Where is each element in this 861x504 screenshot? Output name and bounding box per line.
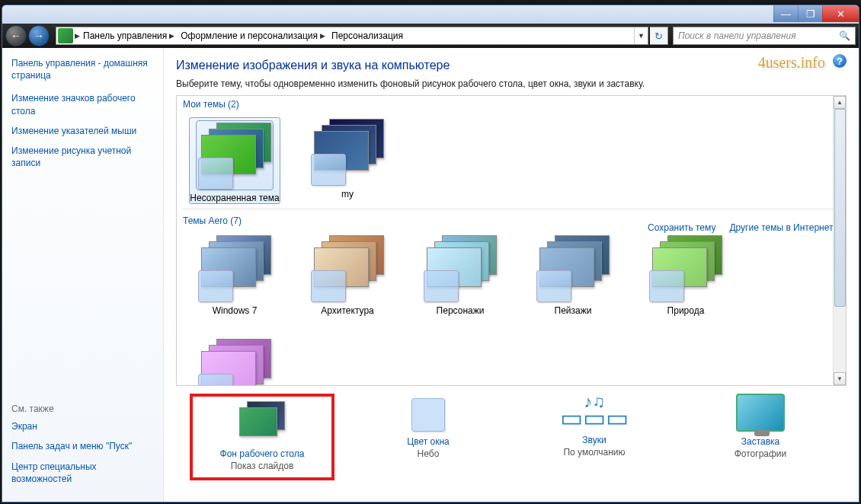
sidebar-link-mouse-pointers[interactable]: Изменение указателей мыши	[11, 125, 154, 137]
theme-item-architecture[interactable]: Архитектура	[302, 234, 393, 316]
page-desc: Выберите тему, чтобы одновременно измени…	[176, 78, 847, 89]
search-input[interactable]: Поиск в панели управления 🔍	[673, 27, 856, 45]
theme-thumbnail	[309, 117, 386, 186]
scroll-down-button[interactable]: ▼	[834, 372, 846, 385]
theme-item-unsaved[interactable]: Несохраненная тема	[189, 117, 280, 204]
theme-thumbnail	[422, 234, 498, 302]
window: — ❐ ✕ ← → ▶ Панель управления▶ Оформлени…	[2, 5, 859, 502]
sidebar-link-desktop-icons[interactable]: Изменение значков рабочего стола	[11, 92, 154, 116]
search-placeholder: Поиск в панели управления	[678, 30, 796, 41]
breadcrumb-label: Персонализация	[331, 30, 403, 41]
action-subtitle: Небо	[356, 448, 501, 459]
save-theme-link[interactable]: Сохранить тему	[648, 222, 715, 233]
theme-thumbnail	[309, 234, 386, 302]
theme-item-windows7[interactable]: Windows 7	[189, 234, 280, 316]
back-button[interactable]: ←	[5, 25, 27, 46]
screensaver-icon	[736, 394, 785, 432]
color-swatch-icon	[198, 374, 233, 386]
bottom-actions: Фон рабочего стола Показ слайдов Цвет ок…	[176, 386, 847, 480]
theme-label: Архитектура	[302, 305, 393, 316]
group-header-my-themes: Мои темы (2)	[177, 96, 846, 113]
navbar: ← → ▶ Панель управления▶ Оформление и пе…	[2, 24, 859, 48]
breadcrumb-label: Оформление и персонализация	[181, 30, 318, 41]
sidebar-see-also-header: См. также	[11, 404, 154, 414]
forward-button[interactable]: →	[28, 25, 50, 46]
refresh-button[interactable]: ↻	[650, 27, 668, 45]
action-screensaver[interactable]: Заставка Фотографии	[688, 394, 833, 480]
chevron-down-icon: ▼	[638, 32, 645, 40]
watermark: 4users.info	[758, 54, 825, 72]
minimize-button[interactable]: —	[773, 5, 798, 22]
action-subtitle: Фотографии	[688, 448, 833, 459]
themes-list: Мои темы (2) Несохраненная тема	[176, 95, 847, 386]
theme-item-landscapes[interactable]: Пейзажи	[527, 234, 619, 316]
action-title: Цвет окна	[356, 436, 501, 447]
color-swatch-icon	[536, 270, 571, 302]
action-sounds[interactable]: ♪♫▭▭▭ Звуки По умолчанию	[522, 394, 667, 480]
sidebar: Панель управления - домашняя страница Из…	[2, 48, 164, 502]
theme-label: Пейзажи	[527, 305, 619, 316]
theme-label: Windows 7	[189, 305, 280, 316]
chevron-right-icon[interactable]: ▶	[169, 32, 174, 40]
chevron-right-icon[interactable]: ▶	[75, 32, 80, 40]
breadcrumb-item[interactable]: Персонализация	[328, 27, 406, 44]
sidebar-link-account-picture[interactable]: Изменение рисунка учетной записи	[11, 145, 154, 169]
color-swatch-icon	[311, 154, 346, 186]
action-subtitle: По умолчанию	[522, 447, 667, 458]
action-title: Фон рабочего стола	[193, 448, 331, 459]
action-title: Заставка	[688, 436, 833, 447]
theme-label: Несохраненная тема	[190, 193, 280, 203]
my-themes-row: Несохраненная тема my	[177, 113, 846, 206]
wallpaper-icon	[232, 401, 293, 444]
scroll-up-button[interactable]: ▲	[834, 96, 846, 109]
more-themes-link[interactable]: Другие темы в Интернете	[729, 222, 838, 233]
aero-themes-row: Windows 7 Архитектура Персонажи Пейзажи	[177, 229, 846, 386]
theme-item-nature[interactable]: Природа	[640, 234, 731, 316]
theme-label: Персонажи	[414, 305, 506, 316]
help-icon[interactable]: ?	[833, 54, 847, 68]
sidebar-link-taskbar[interactable]: Панель задач и меню "Пуск"	[11, 440, 154, 452]
window-controls: — ❐ ✕	[773, 5, 859, 22]
sidebar-link-ease-of-access[interactable]: Центр специальных возможностей	[11, 461, 154, 485]
action-subtitle: Показ слайдов	[193, 461, 331, 471]
content: Панель управления - домашняя страница Из…	[2, 48, 859, 502]
search-icon[interactable]: 🔍	[839, 30, 850, 41]
theme-thumbnail	[197, 337, 273, 386]
action-window-color[interactable]: Цвет окна Небо	[356, 394, 501, 480]
close-button[interactable]: ✕	[822, 5, 859, 22]
theme-label: my	[302, 189, 393, 199]
color-swatch-icon	[198, 270, 233, 302]
theme-thumbnail	[648, 234, 724, 302]
breadcrumb-label: Панель управления	[83, 30, 167, 41]
breadcrumb-dropdown[interactable]: ▼	[634, 27, 648, 44]
window-color-icon	[411, 398, 445, 432]
theme-actions: Сохранить тему Другие темы в Интернете	[648, 222, 838, 233]
theme-thumbnail	[197, 121, 273, 190]
theme-item-scenes[interactable]: Сцены	[189, 337, 280, 386]
action-title: Звуки	[522, 435, 667, 445]
breadcrumb-item[interactable]: Панель управления▶	[80, 27, 178, 44]
theme-item-my[interactable]: my	[302, 117, 393, 204]
sidebar-link-display[interactable]: Экран	[11, 420, 154, 432]
theme-item-characters[interactable]: Персонажи	[414, 234, 506, 316]
divider	[183, 209, 840, 209]
theme-label: Природа	[640, 305, 731, 316]
scrollbar[interactable]: ▲ ▼	[833, 96, 846, 385]
chevron-right-icon[interactable]: ▶	[320, 32, 325, 40]
main-panel: 4users.info ? Изменение изображения и зв…	[164, 48, 859, 502]
scroll-thumb[interactable]	[834, 109, 846, 307]
color-swatch-icon	[198, 158, 233, 190]
color-swatch-icon	[311, 270, 346, 302]
location-icon	[58, 28, 73, 43]
color-swatch-icon	[424, 270, 459, 302]
maximize-button[interactable]: ❐	[798, 5, 822, 22]
titlebar[interactable]: — ❐ ✕	[2, 5, 859, 24]
page-title: Изменение изображения и звука на компьют…	[176, 59, 847, 72]
breadcrumb[interactable]: ▶ Панель управления▶ Оформление и персон…	[56, 27, 648, 45]
breadcrumb-item[interactable]: Оформление и персонализация▶	[178, 27, 328, 44]
sounds-icon: ♪♫▭▭▭	[522, 394, 667, 430]
theme-thumbnail	[535, 234, 611, 302]
theme-thumbnail	[197, 234, 273, 302]
action-desktop-background[interactable]: Фон рабочего стола Показ слайдов	[190, 394, 334, 480]
sidebar-home-link[interactable]: Панель управления - домашняя страница	[11, 57, 154, 81]
